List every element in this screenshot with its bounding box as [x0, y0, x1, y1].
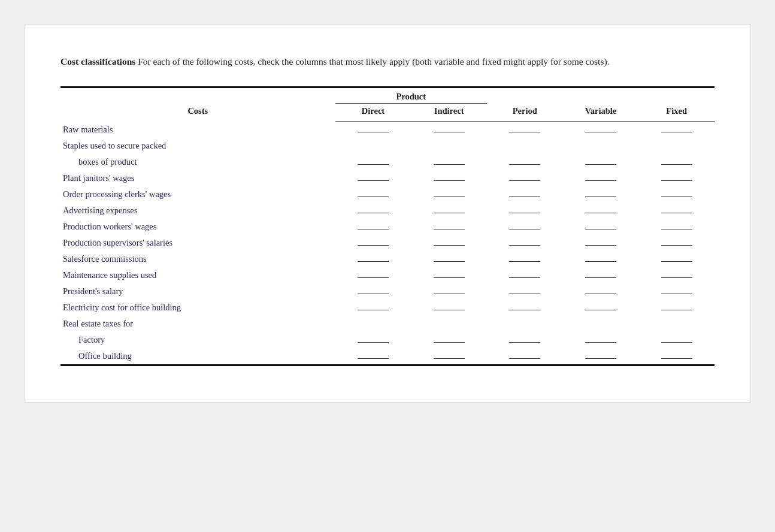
- variable-col-header: Variable: [563, 103, 639, 121]
- indirect-blank-line: [434, 358, 465, 359]
- period-blank-line: [509, 180, 540, 181]
- intro-normal: For each of the following costs, check t…: [135, 56, 609, 66]
- period-blank-line: [509, 245, 540, 246]
- direct-blank-line: [358, 213, 389, 213]
- cost-label-cell: Real estate taxes for: [60, 316, 335, 332]
- cost-label-cell: Office building: [60, 348, 335, 365]
- table-row: Raw materials: [60, 121, 715, 138]
- intro-text: Cost classifications For each of the fol…: [60, 55, 715, 69]
- direct-blank-line: [358, 358, 389, 359]
- direct-blank-line: [358, 197, 389, 197]
- period-blank-line: [509, 164, 540, 165]
- period-line-cell: [487, 316, 563, 332]
- direct-line-cell: [335, 283, 411, 300]
- variable-line-cell: [563, 121, 639, 138]
- direct-blank-line: [358, 132, 389, 132]
- direct-line-cell: [335, 300, 411, 316]
- fixed-blank-line: [661, 277, 692, 278]
- direct-line-cell: [335, 154, 411, 170]
- direct-blank-line: [358, 342, 389, 343]
- indirect-blank-line: [434, 180, 465, 181]
- indirect-line-cell: [411, 121, 487, 138]
- variable-line-cell: [563, 348, 639, 365]
- fixed-col-header: Fixed: [638, 103, 715, 121]
- indirect-blank-line: [434, 229, 465, 229]
- costs-col-empty: [60, 87, 335, 103]
- fixed-blank-line: [661, 310, 692, 310]
- indirect-blank-line: [434, 132, 465, 132]
- fixed-line-cell: [638, 154, 715, 170]
- table-row: Staples used to secure packed: [60, 138, 715, 154]
- cost-label-cell: boxes of product: [60, 154, 335, 170]
- table-row: Maintenance supplies used: [60, 267, 715, 283]
- fixed-line-cell: [638, 219, 715, 235]
- indirect-blank-line: [434, 294, 465, 294]
- fixed-line-cell: [638, 121, 715, 138]
- cost-label-cell: President's salary: [60, 283, 335, 300]
- variable-blank-line: [585, 277, 616, 278]
- variable-blank-line: [585, 261, 616, 262]
- variable-line-cell: [563, 186, 639, 202]
- period-blank-line: [509, 213, 540, 213]
- variable-blank-line: [585, 213, 616, 213]
- table-row: Advertising expenses: [60, 202, 715, 219]
- direct-blank-line: [358, 245, 389, 246]
- variable-blank-line: [585, 197, 616, 197]
- header-row-product: Product: [60, 87, 715, 103]
- period-blank-line: [509, 294, 540, 294]
- cost-label-cell: Plant janitors' wages: [60, 170, 335, 186]
- cost-label-cell: Factory: [60, 332, 335, 348]
- variable-line-cell: [563, 251, 639, 267]
- direct-col-header: Direct: [335, 103, 411, 121]
- cost-label-cell: Salesforce commissions: [60, 251, 335, 267]
- period-line-cell: [487, 300, 563, 316]
- period-line-cell: [487, 154, 563, 170]
- variable-line-cell: [563, 316, 639, 332]
- direct-line-cell: [335, 235, 411, 251]
- variable-blank-line: [585, 180, 616, 181]
- fixed-line-cell: [638, 235, 715, 251]
- fixed-line-cell: [638, 251, 715, 267]
- table-row: Electricity cost for office building: [60, 300, 715, 316]
- variable-blank-line: [585, 310, 616, 310]
- fixed-line-cell: [638, 316, 715, 332]
- fixed-blank-line: [661, 132, 692, 132]
- variable-blank-line: [585, 229, 616, 229]
- fixed-blank-line: [661, 342, 692, 343]
- period-line-cell: [487, 186, 563, 202]
- fixed-header-empty: [638, 87, 715, 103]
- direct-blank-line: [358, 294, 389, 294]
- period-header-empty: [487, 87, 563, 103]
- period-line-cell: [487, 170, 563, 186]
- indirect-line-cell: [411, 202, 487, 219]
- direct-line-cell: [335, 170, 411, 186]
- header-row-cols: Costs Direct Indirect Period Variable Fi…: [60, 103, 715, 121]
- fixed-line-cell: [638, 138, 715, 154]
- product-group-header: Product: [335, 87, 487, 103]
- cost-label-cell: Electricity cost for office building: [60, 300, 335, 316]
- fixed-blank-line: [661, 213, 692, 213]
- fixed-line-cell: [638, 332, 715, 348]
- costs-col-header: Costs: [60, 103, 335, 121]
- indirect-blank-line: [434, 164, 465, 165]
- variable-line-cell: [563, 300, 639, 316]
- direct-blank-line: [358, 164, 389, 165]
- indirect-blank-line: [434, 197, 465, 197]
- table-row: Order processing clerks' wages: [60, 186, 715, 202]
- variable-line-cell: [563, 202, 639, 219]
- period-line-cell: [487, 251, 563, 267]
- period-line-cell: [487, 138, 563, 154]
- fixed-blank-line: [661, 294, 692, 294]
- variable-blank-line: [585, 358, 616, 359]
- fixed-blank-line: [661, 245, 692, 246]
- cost-classification-table: Product Costs Direct Indirect Period Var…: [60, 86, 715, 366]
- table-row: President's salary: [60, 283, 715, 300]
- period-blank-line: [509, 261, 540, 262]
- variable-line-cell: [563, 138, 639, 154]
- period-line-cell: [487, 219, 563, 235]
- variable-line-cell: [563, 332, 639, 348]
- variable-line-cell: [563, 267, 639, 283]
- intro-bold: Cost classifications: [60, 56, 135, 66]
- period-blank-line: [509, 358, 540, 359]
- direct-line-cell: [335, 251, 411, 267]
